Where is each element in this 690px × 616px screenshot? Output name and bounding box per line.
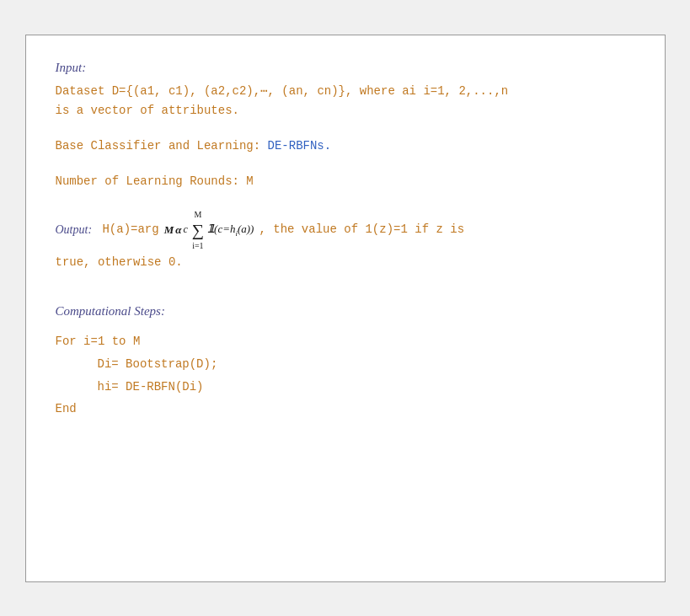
- output-section: Output: H(a)=arg M α c M ∑: [56, 207, 635, 273]
- output-label: Output:: [56, 220, 93, 240]
- output-rest2: true, otherwise 0.: [56, 253, 635, 273]
- end-line: End: [56, 398, 635, 420]
- formula-container: M α c M ∑ i=1 𝟙(c=hi(a)): [164, 207, 254, 253]
- num-rounds-line: Number of Learning Rounds: M: [56, 172, 635, 192]
- algorithm-box: Input: Dataset D={(a1, c1), (a2,c2),⋯, (…: [25, 35, 666, 582]
- ha-text: H(a)=arg: [95, 220, 159, 240]
- input-label: Input:: [56, 61, 635, 75]
- sigma-upper: M: [194, 207, 201, 222]
- sigma-lower: i=1: [192, 238, 203, 253]
- indicator-fn: 𝟙(c=hi(a)): [207, 220, 254, 240]
- dataset-line: Dataset D={(a1, c1), (a2,c2),⋯, (an, cn)…: [56, 82, 635, 102]
- sigma-glyph: ∑: [192, 222, 204, 238]
- input-section: Input: Dataset D={(a1, c1), (a2,c2),⋯, (…: [56, 61, 635, 122]
- for-line: For i=1 to M: [56, 330, 635, 353]
- sigma-symbol: M ∑ i=1: [192, 207, 204, 253]
- output-rest: , the value of 1(z)=1 if z is: [259, 220, 464, 240]
- base-classifier-line: Base Classifier and Learning: DE-RBFNs.: [56, 137, 635, 157]
- for-loop-block: For i=1 to M Di= Bootstrap(D); hi= DE-RB…: [56, 330, 635, 420]
- de-rbfns-text: DE-RBFNs.: [268, 139, 332, 153]
- output-line: Output: H(a)=arg M α c M ∑: [56, 207, 635, 253]
- comp-steps-label: Computational Steps:: [56, 304, 635, 319]
- di-line: Di= Bootstrap(D);: [98, 353, 635, 376]
- formula-main: M α c M ∑ i=1 𝟙(c=hi(a)): [164, 207, 254, 253]
- rounds-section: Number of Learning Rounds: M: [56, 172, 635, 192]
- comp-steps-section: Computational Steps:: [56, 304, 635, 319]
- hi-line: hi= DE-RBFN(Di): [98, 376, 635, 399]
- dataset-line2: is a vector of attributes.: [56, 101, 635, 121]
- base-classifier-section: Base Classifier and Learning: DE-RBFNs.: [56, 137, 635, 157]
